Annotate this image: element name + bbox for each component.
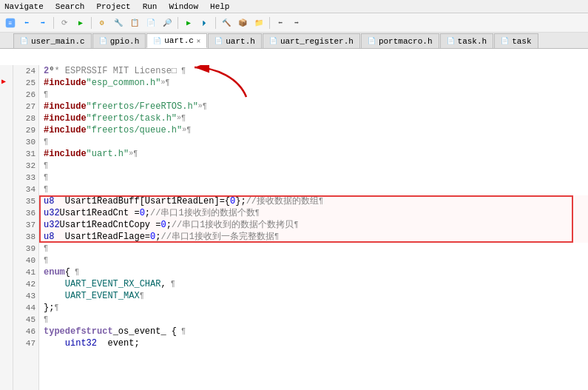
code-line-25: #include "esp_common.h"»¶ [44,77,588,89]
line-num-43: 43 [13,290,36,302]
code-line-32: ¶ [44,160,588,172]
toolbar-btn-12[interactable]: 📦 [235,16,250,30]
code-line-34: ¶ [44,184,588,195]
line-num-46: 46 [13,326,36,337]
code-line-41: enum { ¶ [44,266,588,278]
tab-label-task-h: task.h [458,37,487,46]
menu-help[interactable]: Help [209,2,231,11]
code-line-33: ¶ [44,172,588,184]
code-line-42: UART_EVENT_RX_CHAR, ¶ [44,278,588,290]
code-line-30: ¶ [44,136,588,148]
toolbar-btn-15[interactable]: ➡ [289,16,304,30]
line-num-29: 29 [13,124,36,136]
tab-icon-portmacro: 📄 [368,37,376,45]
code-line-38: u8 Usart1ReadFlage=0;//串口1接收到一条完整数据¶ [44,231,588,243]
line-num-33: 33 [13,172,36,184]
tab-portmacro[interactable]: 📄 portmacro.h [361,33,439,48]
tab-task[interactable]: 📄 task [494,33,538,48]
code-line-29: #include "freertos/queue.h"»¶ [44,124,588,136]
tab-icon-gpio: 📄 [99,37,107,45]
tab-label-task: task [512,37,531,46]
tab-gpio[interactable]: 📄 gpio.h [92,33,146,48]
code-line-35: u8 Usart1ReadBuff[Usart1ReadLen]={0};//接… [44,195,588,207]
code-line-43: UART_EVENT_MAX¶ [44,290,588,302]
line-num-41: 41 [13,266,36,278]
tab-label-uart-h: uart.h [226,37,255,46]
line-num-34: 34 [13,184,36,195]
editor-left-gutter: ▶ [0,65,13,390]
gutter-arrow: ▶ [1,77,6,86]
code-line-47: uint32 event; [44,337,588,349]
code-line-28: #include "freertos/task.h"»¶ [44,112,588,124]
toolbar-btn-4[interactable]: ⟳ [57,16,72,30]
tab-close-uart-c[interactable]: ✕ [197,37,200,45]
line-numbers: 24 25 26 27 28 29 30 31 32 33 34 35 36 3… [13,65,39,390]
tab-icon-task: 📄 [501,37,509,45]
tab-label-user-main: user_main.c [31,37,85,46]
line-num-47: 47 [13,337,36,349]
toolbar-btn-8[interactable]: 📋 [127,16,142,30]
menu-project[interactable]: Project [95,2,132,11]
tab-task-h[interactable]: 📄 task.h [440,33,494,48]
line-num-38: 38 [13,231,36,243]
toolbar-sep-2 [91,17,92,29]
toolbar-btn-14[interactable]: ⬅ [273,16,288,30]
line-num-25: 25 [13,77,36,89]
toolbar-btn-6[interactable]: ⚙ [95,16,109,30]
tab-icon-uart-h: 📄 [214,37,223,45]
toolbar-btn-9[interactable]: 📄 [143,16,158,30]
toolbar-btn-debug[interactable]: ⏵ [197,16,212,30]
tab-uart-h[interactable]: 📄 uart.h [208,33,262,48]
code-line-40: ¶ [44,255,588,266]
editor-area: ▶ 24 25 26 27 28 29 30 31 32 33 34 35 36… [0,65,588,390]
menu-run[interactable]: Run [141,2,159,11]
tab-label-uart-register: uart_register.h [280,37,354,46]
tab-label-gpio: gpio.h [110,37,140,46]
toolbar-btn-11[interactable]: 🔨 [219,16,234,30]
code-line-36: u32 Usart1ReadCnt = 0;//串口1接收到的数据个数¶ [44,207,588,219]
tab-icon-task-h: 📄 [447,37,455,45]
toolbar-btn-10[interactable]: 🔎 [160,16,175,30]
toolbar-btn-1[interactable]: ≡ [3,16,18,30]
code-line-24: 2⁰ * ESPRSSIF MIT License□ ¶ [44,65,588,77]
tab-user-main[interactable]: 📄 user_main.c [13,33,92,48]
tab-uart-c[interactable]: 📄 uart.c ✕ [146,33,207,48]
toolbar-btn-run[interactable]: ▶ [181,16,196,30]
menu-window[interactable]: Window [167,2,200,11]
tabbar: 📄 user_main.c 📄 gpio.h 📄 uart.c ✕ 📄 uart… [0,33,588,49]
code-line-44: };¶ [44,302,588,314]
toolbar: ≡ ⬅ ➡ ⟳ ▶ ⚙ 🔧 📋 📄 🔎 ▶ ⏵ 🔨 📦 📁 ⬅ ➡ [0,13,588,33]
tab-label-portmacro: portmacro.h [379,37,433,46]
tab-uart-register[interactable]: 📄 uart_register.h [263,33,360,48]
line-num-26: 26 [13,89,36,101]
tab-label-uart-c: uart.c [164,36,194,45]
tab-icon-uart-c: 📄 [153,37,161,45]
tab-icon-uart-register: 📄 [269,37,277,45]
toolbar-sep-3 [178,17,178,29]
toolbar-sep-5 [269,17,270,29]
line-num-40: 40 [13,255,36,266]
menubar: Navigate Search Project Run Window Help [0,0,588,13]
toolbar-btn-3[interactable]: ➡ [36,16,50,30]
toolbar-btn-2[interactable]: ⬅ [19,16,34,30]
code-line-26: ¶ [44,89,588,101]
code-24-keyword: 2 [44,65,49,77]
code-line-39: ¶ [44,243,588,255]
code-content[interactable]: 2⁰ * ESPRSSIF MIT License□ ¶ #include "e… [39,65,588,390]
code-line-31: #include "uart.h"»¶ [44,148,588,160]
code-line-37: u32 Usart1ReadCntCopy = 0;//串口1接收到的数据个数拷… [44,219,588,231]
toolbar-sep-4 [215,17,216,29]
tab-icon-user-main: 📄 [20,37,28,45]
svg-text:≡: ≡ [9,20,13,27]
menu-navigate[interactable]: Navigate [3,2,45,11]
toolbar-btn-7[interactable]: 🔧 [111,16,126,30]
code-line-46: typedef struct _os_event_ { ¶ [44,326,588,337]
line-num-42: 42 [13,278,36,290]
line-num-32: 32 [13,160,36,172]
toolbar-btn-13[interactable]: 📁 [251,16,266,30]
toolbar-btn-5[interactable]: ▶ [73,16,88,30]
line-num-27: 27 [13,101,36,112]
line-num-30: 30 [13,136,36,148]
menu-search[interactable]: Search [54,2,87,11]
code-line-45: ¶ [44,314,588,326]
